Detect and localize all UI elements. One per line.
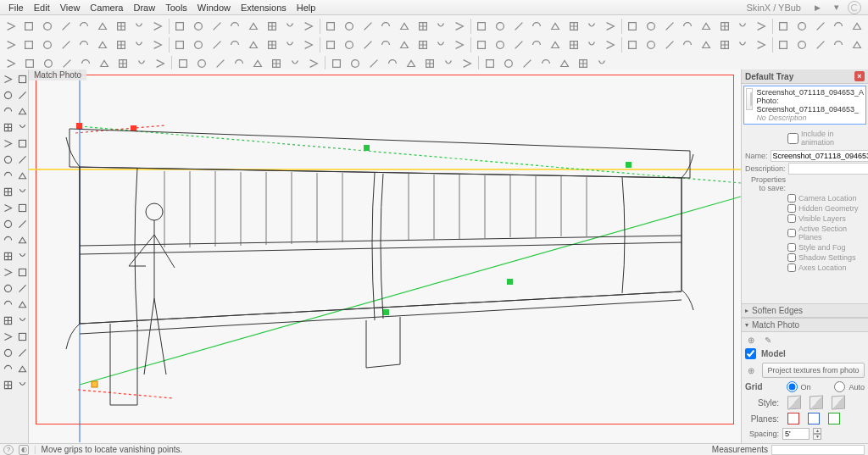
tape-tool[interactable] — [1, 185, 14, 198]
toolbar-button[interactable] — [830, 18, 847, 35]
viewport-3d[interactable]: Match Photo — [29, 69, 741, 443]
tool-tool[interactable] — [15, 281, 29, 295]
toolbar-button[interactable] — [661, 18, 678, 35]
model-visible-checkbox[interactable] — [745, 348, 756, 359]
toolbar-button[interactable] — [698, 18, 715, 35]
eraser-tool[interactable] — [15, 72, 29, 86]
toolbar-button[interactable] — [3, 36, 19, 53]
toolbar-button[interactable] — [716, 36, 733, 53]
menu-item[interactable]: View — [55, 3, 86, 13]
pie-tool[interactable] — [15, 104, 29, 118]
pan-tool[interactable] — [1, 233, 14, 247]
toolbar-button[interactable] — [131, 18, 147, 35]
toolbar-button[interactable] — [753, 36, 770, 53]
toolbar-button[interactable] — [377, 18, 394, 35]
tool-tool[interactable] — [1, 346, 14, 359]
tool-tool[interactable] — [15, 265, 29, 279]
menu-item[interactable]: Camera — [85, 3, 128, 13]
toolbar-button[interactable] — [396, 36, 413, 53]
toolbar-button[interactable] — [602, 36, 619, 53]
menu-item[interactable]: Window — [192, 3, 236, 13]
toolbar-button[interactable] — [510, 18, 527, 35]
toolbar-button[interactable] — [209, 36, 225, 53]
zoom-tool[interactable] — [15, 233, 29, 247]
protractor-tool[interactable] — [15, 185, 29, 198]
toolbar-button[interactable] — [58, 18, 75, 35]
toolbar-button[interactable] — [776, 36, 793, 53]
toolbar-button[interactable] — [776, 18, 793, 35]
toolbar-button[interactable] — [793, 18, 810, 35]
menu-item[interactable]: Help — [292, 3, 321, 13]
toolbar-button[interactable] — [849, 36, 865, 53]
help-icon[interactable]: ? — [3, 445, 14, 455]
toolbar-button[interactable] — [39, 36, 56, 53]
toolbar-button[interactable] — [131, 36, 147, 53]
plane-red[interactable] — [787, 413, 799, 424]
grid-on-radio[interactable] — [787, 381, 798, 392]
user-icon[interactable]: ◐ — [19, 445, 29, 455]
toolbar-button[interactable] — [812, 36, 829, 53]
section-tool[interactable] — [1, 249, 14, 263]
new-matchphoto-icon[interactable]: ⊕ — [745, 336, 757, 345]
toolbar-button[interactable] — [76, 36, 93, 53]
toolbar-button[interactable] — [451, 18, 468, 35]
soften-edges-header[interactable]: ▸Soften Edges — [742, 303, 868, 318]
tool-tool[interactable] — [15, 378, 29, 391]
toolbar-button[interactable] — [679, 36, 696, 53]
toolbar-button[interactable] — [341, 36, 358, 53]
toolbar-button[interactable] — [415, 18, 431, 35]
toolbar-button[interactable] — [300, 36, 317, 53]
toolbar-button[interactable] — [39, 18, 56, 35]
toolbar-button[interactable] — [190, 18, 207, 35]
toolbar-button[interactable] — [226, 36, 243, 53]
toolbar-button[interactable] — [547, 36, 564, 53]
toolbar-button[interactable] — [94, 36, 111, 53]
extension-icon[interactable] — [848, 1, 861, 14]
tool-tool[interactable] — [1, 297, 14, 311]
tool-tool[interactable] — [1, 330, 14, 343]
toolbar-button[interactable] — [734, 18, 751, 35]
toolbar-button[interactable] — [113, 36, 130, 53]
orbit-tool[interactable] — [15, 217, 29, 230]
toolbar-button[interactable] — [583, 36, 600, 53]
text-tool[interactable] — [1, 201, 14, 214]
play-icon[interactable]: ▶ — [810, 3, 826, 12]
measurements-input[interactable] — [771, 445, 865, 455]
toolbar-button[interactable] — [528, 18, 545, 35]
close-icon[interactable]: × — [854, 71, 865, 81]
toolbar-button[interactable] — [753, 18, 770, 35]
toolbar-button[interactable] — [149, 36, 166, 53]
tool-tool[interactable] — [15, 330, 29, 343]
prop-checkbox[interactable] — [787, 243, 796, 252]
line-tool[interactable] — [1, 88, 14, 102]
toolbar-button[interactable] — [602, 18, 619, 35]
tool-tool[interactable] — [15, 346, 29, 359]
toolbar-button[interactable] — [734, 36, 751, 53]
menu-item[interactable]: Draw — [128, 3, 160, 13]
toolbar-button[interactable] — [661, 36, 678, 53]
scene-desc-input[interactable] — [788, 163, 868, 175]
toolbar-button[interactable] — [716, 18, 733, 35]
polygon-tool[interactable] — [1, 136, 14, 150]
scale-tool[interactable] — [15, 169, 29, 182]
menu-item[interactable]: Extensions — [236, 3, 292, 13]
toolbar-button[interactable] — [510, 36, 527, 53]
toolbar-button[interactable] — [113, 18, 130, 35]
tool-tool[interactable] — [1, 281, 14, 295]
dimension-tool[interactable] — [15, 201, 29, 214]
tool-tool[interactable] — [1, 314, 14, 327]
toolbar-button[interactable] — [547, 18, 564, 35]
toolbar-button[interactable] — [21, 36, 38, 53]
tool-tool[interactable] — [15, 314, 29, 327]
match-photo-header[interactable]: ▾Match Photo — [742, 318, 868, 332]
scene-card[interactable]: Screenshot_071118_094653_A Photo: Screen… — [743, 86, 866, 125]
style-option-2[interactable] — [810, 395, 823, 409]
toolbar-button[interactable] — [679, 18, 696, 35]
toolbar-button[interactable] — [625, 18, 642, 35]
menu-item[interactable]: Edit — [29, 3, 55, 13]
tool-tool[interactable] — [1, 378, 14, 391]
toolbar-button[interactable] — [359, 18, 376, 35]
prop-checkbox[interactable] — [787, 229, 796, 237]
plane-green[interactable] — [828, 413, 840, 424]
toolbar-button[interactable] — [3, 18, 19, 35]
